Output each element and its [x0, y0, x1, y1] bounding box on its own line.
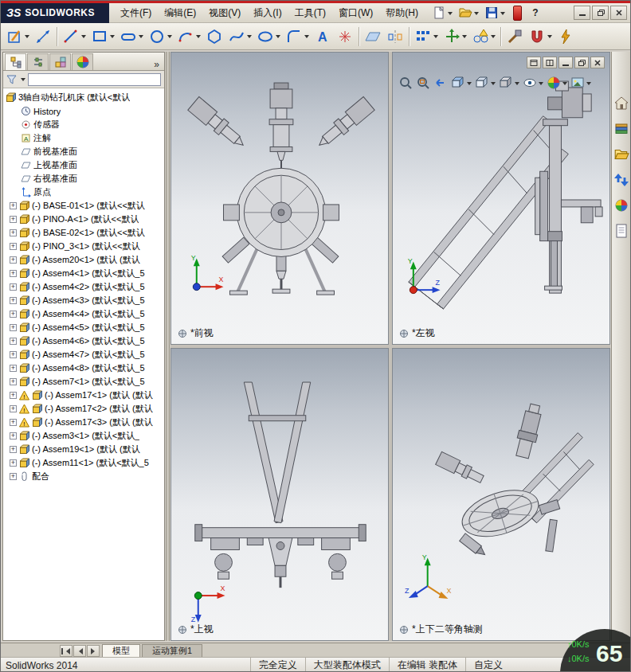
- viewport-splitter-horizontal[interactable]: [170, 345, 610, 348]
- panel-splitter[interactable]: [166, 52, 170, 641]
- quick-snaps-button[interactable]: [526, 25, 555, 48]
- expand-toggle[interactable]: +: [10, 216, 17, 223]
- move-entities-button[interactable]: [441, 25, 469, 48]
- point-button[interactable]: [334, 25, 356, 48]
- help-button[interactable]: ?: [527, 6, 543, 21]
- expand-toggle[interactable]: +: [10, 378, 17, 385]
- menu-item[interactable]: 帮助(H): [379, 3, 425, 23]
- tree-item[interactable]: 原点: [6, 186, 164, 199]
- doc-minimize-button[interactable]: [558, 57, 573, 68]
- expand-toggle[interactable]: +: [10, 297, 17, 304]
- apply-scene-button[interactable]: [570, 75, 592, 91]
- previous-view-button[interactable]: [433, 75, 449, 91]
- tree-item[interactable]: +(-) Assem11<1> (默认<默认_5: [6, 456, 164, 470]
- menu-item[interactable]: 视图(V): [202, 3, 247, 23]
- expand-toggle[interactable]: +: [10, 256, 17, 264]
- expand-toggle[interactable]: +: [10, 446, 17, 453]
- linear-sketch-pattern-button[interactable]: [412, 25, 441, 48]
- filter-dropdown-icon[interactable]: [21, 78, 25, 84]
- panel-tab-featmgr[interactable]: [5, 53, 26, 70]
- solidworks-resources-button[interactable]: [613, 95, 630, 112]
- menu-item[interactable]: 工具(T): [288, 3, 332, 23]
- viewport-left[interactable]: Y Z *左视: [392, 52, 610, 345]
- expand-toggle[interactable]: +: [10, 432, 17, 440]
- tree-item[interactable]: +(-) Assem4<2> (默认<默认_5: [6, 280, 164, 294]
- tree-item[interactable]: 传感器: [6, 118, 164, 131]
- open-document-button[interactable]: [456, 4, 481, 21]
- zoom-to-fit-button[interactable]: [398, 75, 413, 91]
- straight-slot-button[interactable]: [117, 25, 146, 48]
- window-close-button[interactable]: [610, 6, 627, 20]
- tree-item[interactable]: +(-) Assem4<7> (默认<默认_5: [6, 348, 164, 361]
- tree-item[interactable]: +配合: [6, 470, 164, 483]
- tree-item[interactable]: +(-) Assem7<1> (默认<默认_5: [6, 375, 164, 389]
- tree-item[interactable]: +(-) Assem4<6> (默认<默认_5: [6, 334, 164, 348]
- expand-toggle[interactable]: +: [10, 324, 17, 331]
- edit-appearance-button[interactable]: [546, 75, 568, 91]
- expand-toggle[interactable]: +: [10, 202, 17, 209]
- tree-item[interactable]: +!(-) Assem17<3> (默认 (默认: [6, 416, 164, 429]
- tree-item[interactable]: +(-) Assem4<4> (默认<默认_5: [6, 307, 164, 321]
- panel-tab-ball[interactable]: [72, 53, 93, 70]
- menu-item[interactable]: 文件(F): [114, 3, 158, 23]
- filter-input[interactable]: [28, 73, 161, 86]
- expand-toggle[interactable]: +: [10, 459, 17, 467]
- mirror-entities-button[interactable]: [384, 25, 406, 48]
- section-view-button[interactable]: [450, 75, 472, 91]
- panel-tabs-overflow-button[interactable]: »: [149, 59, 164, 70]
- tree-item[interactable]: History: [6, 104, 164, 118]
- new-window-button[interactable]: [527, 57, 541, 68]
- appearances-scenes-button[interactable]: [613, 197, 630, 214]
- tree-item[interactable]: +(-) Assem3<1> (默认<默认_: [6, 429, 164, 443]
- expand-toggle[interactable]: +: [10, 405, 17, 412]
- tree-root-item[interactable]: 3轴自动钻孔机床 (默认<默认: [6, 91, 164, 104]
- tree-item[interactable]: +(-) BASE-02<1> (默认<<默认: [6, 226, 164, 240]
- tab-scroll-first-button[interactable]: [60, 645, 73, 657]
- tree-item[interactable]: +(-) BASE-01<1> (默认<<默认: [6, 199, 164, 213]
- expand-toggle[interactable]: +: [10, 473, 17, 480]
- tree-item[interactable]: +(-) Assem4<8> (默认<默认_5: [6, 361, 164, 375]
- new-document-button[interactable]: [429, 4, 455, 21]
- tree-item[interactable]: +!(-) Assem17<2> (默认 (默认: [6, 402, 164, 416]
- expand-toggle[interactable]: +: [10, 419, 17, 426]
- tab-scroll-right-button[interactable]: [87, 645, 100, 657]
- tree-item[interactable]: +(-) Assem4<5> (默认<默认_5: [6, 321, 164, 334]
- menu-item[interactable]: 插入(I): [247, 3, 288, 23]
- design-library-button[interactable]: [613, 120, 630, 138]
- panel-tab-configmgr[interactable]: [49, 53, 71, 70]
- expand-toggle[interactable]: +: [10, 311, 17, 318]
- viewport-front[interactable]: Y X *前视: [170, 52, 389, 345]
- tree-item[interactable]: +(-) Assem19<1> (默认 (默认: [6, 443, 164, 456]
- ellipse-button[interactable]: [254, 25, 283, 48]
- sketch-button[interactable]: [3, 25, 32, 48]
- viewport-isometric[interactable]: Y X Z *上下二等角轴测: [392, 348, 610, 641]
- line-button[interactable]: [60, 25, 88, 48]
- tree-item[interactable]: 前视基准面: [6, 145, 164, 158]
- tree-item[interactable]: +(-) Assem20<1> (默认 (默认: [6, 253, 164, 267]
- expand-toggle[interactable]: +: [10, 243, 17, 250]
- tree-item[interactable]: 上视基准面: [6, 158, 164, 172]
- file-explorer-button[interactable]: [613, 146, 630, 163]
- record-indicator[interactable]: [513, 6, 522, 21]
- tree-item[interactable]: 右视基准面: [6, 172, 164, 186]
- view-palette-button[interactable]: [613, 171, 630, 189]
- menu-item[interactable]: 编辑(E): [158, 3, 202, 23]
- repair-sketch-button[interactable]: [504, 25, 526, 48]
- tree-item[interactable]: +!(-) Assem17<1> (默认 (默认: [6, 389, 164, 402]
- window-minimize-button[interactable]: [574, 6, 590, 20]
- save-document-button[interactable]: [482, 4, 508, 21]
- view-orientation-button[interactable]: [474, 75, 496, 91]
- expand-toggle[interactable]: +: [10, 270, 17, 277]
- expand-toggle[interactable]: +: [10, 392, 17, 399]
- corner-rectangle-button[interactable]: [88, 25, 117, 48]
- doc-close-button[interactable]: [590, 57, 605, 68]
- doc-tab[interactable]: 运动算例1: [142, 644, 202, 657]
- sketch-fillet-button[interactable]: [283, 25, 312, 48]
- centerpoint-arc-button[interactable]: [174, 25, 203, 48]
- rapid-sketch-button[interactable]: [555, 25, 577, 48]
- tree-item[interactable]: +(-) Assem4<3> (默认<默认_5: [6, 294, 164, 307]
- panel-tab-propmgr[interactable]: [27, 53, 49, 70]
- tree-item[interactable]: +(-) PINO_3<1> (默认<<默认: [6, 240, 164, 253]
- hide-show-items-button[interactable]: [522, 75, 544, 91]
- tab-scroll-left-button[interactable]: [73, 645, 86, 657]
